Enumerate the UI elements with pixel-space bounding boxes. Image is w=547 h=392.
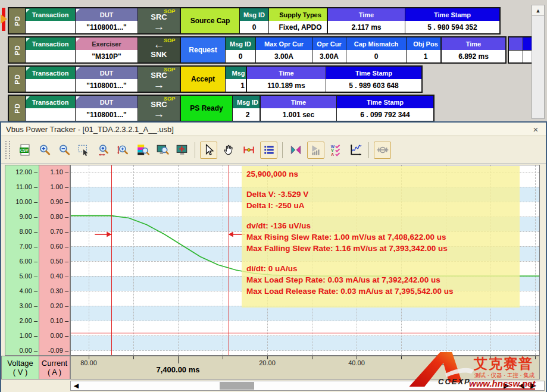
measurement-cursor[interactable] [111,165,112,355]
zoom-color-icon [136,143,149,156]
zoom-color-button[interactable] [135,142,151,158]
measure-cursors-button[interactable] [240,142,257,158]
time-axis: 80.007,400.00 ms20.0040.0060.00 [70,356,540,380]
top-pane-scrollbar[interactable]: ▲ [532,5,545,119]
scroll-left-button[interactable]: ◀ [71,381,81,390]
transaction-col[interactable]: Transaction 0 [25,8,75,33]
zoom-screen-button[interactable] [154,142,170,158]
transaction-index: 2 [26,79,75,92]
time-group[interactable]: Time2.117 ms Time Stamp5 . 980 594 352 [327,7,501,35]
scrollbar-thumb[interactable] [220,382,254,390]
zoom-in-button[interactable] [36,142,52,158]
direction-cell[interactable]: SOP SRC → [137,96,180,121]
compare-button[interactable] [287,142,304,158]
message-type-cell[interactable]: PS Ready [181,96,232,121]
x-tick [223,356,223,359]
report-button[interactable] [307,142,324,159]
party-col[interactable]: DUT "1108001..." [75,8,137,33]
message-type-cell[interactable]: Request [181,37,225,62]
x-tick-major [178,356,179,363]
x-axis-tick-label: 80.00 [80,359,97,366]
timestamp-header: Time Stamp [337,96,433,108]
field-header: Cap Mismatch [346,37,406,50]
annotation-line: 25,900,000 ns [246,168,517,180]
zoom-region-button[interactable] [76,142,92,158]
party-col[interactable]: DUT "1108001..." [75,67,137,92]
transaction-id-group[interactable]: PD Transaction 0 DUT "1108001..." SOP SR… [8,7,181,35]
fit-screen-button[interactable] [174,142,190,158]
sop-label: SOP [164,37,175,43]
close-icon[interactable]: × [530,124,541,134]
page-left-button[interactable]: ◀ [518,381,524,390]
zoom-in-x-icon [97,143,110,156]
time-group[interactable]: Time6.892 ms [440,36,507,64]
party-col[interactable]: DUT "1108001..." [75,96,137,121]
verify-checks-button[interactable]: WVA [328,142,344,158]
voltage-unit: ( V ) [13,368,28,377]
pan-hand-button[interactable] [221,142,237,158]
slew-chart-button[interactable] [348,142,364,158]
lane-cell: PD [9,8,25,33]
sort-triangle-icon [76,9,80,12]
transaction-header: Transaction [32,40,69,48]
x-axis-tick-label: 20.00 [259,359,276,366]
eye-diagram-button[interactable] [374,142,391,159]
measurement-cursor[interactable] [229,165,229,355]
zoom-in-x-button[interactable] [95,142,111,158]
field-header: Opr Cur [312,37,346,50]
current-axis: 1.10 –1.00 –0.90 –0.80 –0.70 –0.60 –0.50… [39,165,70,356]
annotation-line: Max Rising Slew Rate: 1.00 mV/us at 7,40… [246,231,517,243]
chart-horizontal-scrollbar[interactable]: ◀ ▶ ◀ ▶ [70,381,545,391]
time-group[interactable]: Time110.189 ms Time Stamp5 . 989 603 648 [246,65,423,93]
transaction-col[interactable]: Transaction 3 [25,96,75,121]
field-header: Supply Types [269,8,332,21]
report-icon [310,143,323,156]
transaction-index: 3 [26,108,75,121]
message-type-cell[interactable]: Accept [181,67,225,92]
annotation-line: Delta V: -3.529 V [246,189,517,200]
transaction-id-group[interactable]: PD Transaction 3 DUT "1108001..." SOP SR… [8,95,181,122]
scroll-right-button[interactable]: ▶ [504,381,510,390]
party-value: "1108001..." [76,79,137,92]
chart-plot-area[interactable]: 25,900,000 nsDelta V: -3.529 VDelta I: -… [70,165,540,356]
message-group[interactable]: Source Cap Msg ID0 Supply TypesFixed, AP… [180,7,333,35]
sort-triangle-icon [26,96,30,100]
scroll-up-button[interactable]: ▲ [532,5,544,16]
direction-cell[interactable]: SOP SRC → [137,67,180,92]
window-titlebar[interactable]: Vbus Power Tracker - [01_TDA.2.3.2.1_A__… [1,123,546,136]
message-type-cell[interactable]: Source Cap [181,8,239,33]
transaction-col[interactable]: Transaction 2 [25,67,75,92]
toolbar-separator [368,142,369,158]
transaction-col[interactable]: Transaction 1 [25,37,75,62]
zoom-in-y-button[interactable] [115,142,131,158]
direction-cell[interactable]: SOP ← SNK [137,37,180,62]
annotation-line: dv/dt: -136 uV/us [246,220,517,231]
party-col[interactable]: Exerciser "M310P" [75,37,137,62]
field-value: 0 [240,21,268,33]
export-csv-button[interactable]: CSV [17,142,33,158]
message-group[interactable]: Request Msg ID0 Max Opr Cur3.00A Opr Cur… [180,36,446,64]
transaction-id-group[interactable]: PD Transaction 2 DUT "1108001..." SOP SR… [8,65,181,93]
page-right-button[interactable]: ▶ [530,381,536,390]
svg-text:CSV: CSV [20,148,29,152]
axis-tick-label: 0.60 – [50,243,68,250]
time-header: Time [247,67,326,79]
transaction-id-group[interactable]: PD Transaction 1 Exerciser "M310P" SOP ←… [8,36,181,64]
zoom-in-icon [38,143,51,156]
axis-tick-label: 3.00 – [19,302,37,309]
legend-list-button[interactable] [260,142,277,159]
transaction-row: PD Transaction 2 DUT "1108001..." SOP SR… [8,65,532,93]
time-group[interactable]: Time1.001 sec Time Stamp6 . 099 792 344 [260,95,435,122]
toolbar-drag-handle[interactable] [5,141,10,159]
svg-text:A: A [331,152,334,156]
time-header: Time [328,8,405,21]
zoom-out-button[interactable] [56,142,72,158]
voltage-axis-title: Voltage ( V ) [1,356,39,380]
timestamp-value: 5 . 980 594 352 [405,21,499,33]
direction-cell[interactable]: SOP SRC → [137,8,180,33]
axis-tick-label: 6.00 – [19,258,37,265]
message-group[interactable]: PS Ready Msg ID2 [180,95,264,122]
field-value: 3.00A [256,50,312,62]
lane-label: PD [14,74,21,84]
select-cursor-button[interactable] [200,142,217,159]
